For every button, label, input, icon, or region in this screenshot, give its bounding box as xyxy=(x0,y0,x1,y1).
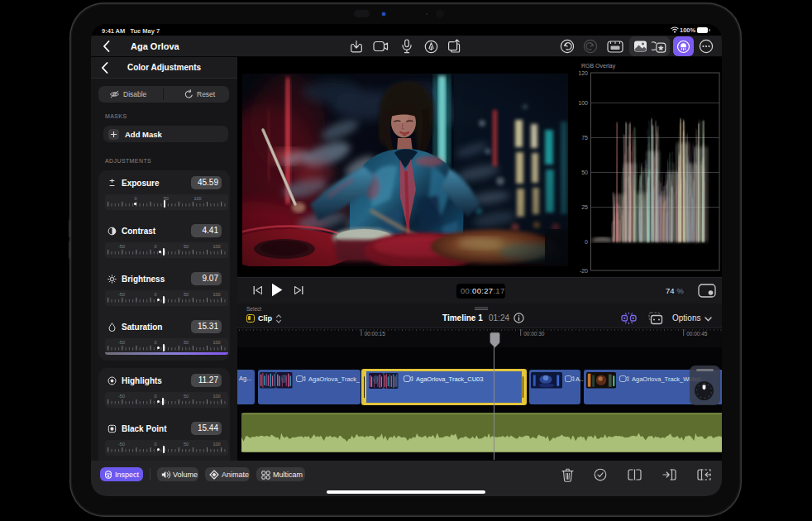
svg-text:00:00:45: 00:00:45 xyxy=(686,331,708,337)
svg-text:0: 0 xyxy=(585,239,588,245)
svg-text:75: 75 xyxy=(581,135,588,141)
svg-text:50: 50 xyxy=(581,170,588,175)
svg-text:00:00:15: 00:00:15 xyxy=(365,331,386,337)
svg-text:120: 120 xyxy=(579,70,588,76)
svg-text:100: 100 xyxy=(579,100,588,106)
svg-text:00:00:30: 00:00:30 xyxy=(523,331,545,337)
svg-text:25: 25 xyxy=(581,204,588,210)
svg-text:-20: -20 xyxy=(580,268,588,274)
